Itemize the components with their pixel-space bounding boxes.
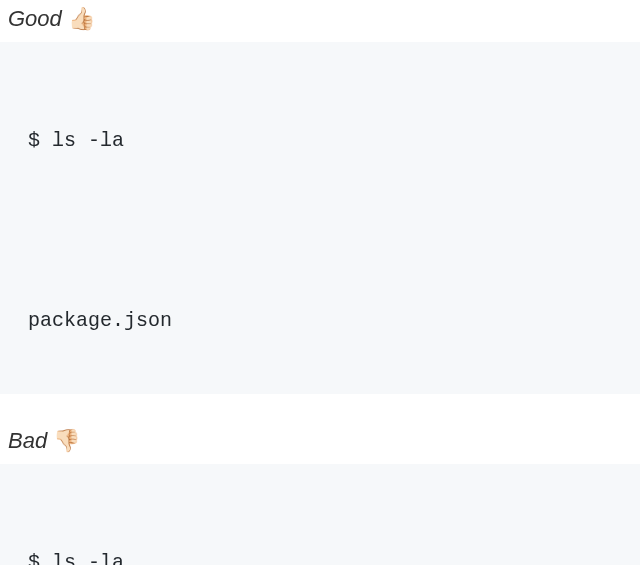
thumbs-up-icon: 👍🏻	[68, 8, 95, 30]
good-text: Good	[8, 6, 62, 32]
good-label: Good 👍🏻	[0, 0, 640, 42]
thumbs-down-icon: 👎🏻	[53, 430, 80, 452]
good-command: $ ls -la	[28, 126, 612, 156]
bad-code-block: $ ls -la package.json package-lock.json	[0, 464, 640, 565]
good-code-block: $ ls -la package.json	[0, 42, 640, 394]
section-gap	[0, 394, 640, 422]
bad-label: Bad 👎🏻	[0, 422, 640, 464]
good-output-line: package.json	[28, 306, 612, 336]
bad-command: $ ls -la	[28, 548, 612, 565]
blank-line	[28, 216, 612, 246]
bad-text: Bad	[8, 428, 47, 454]
